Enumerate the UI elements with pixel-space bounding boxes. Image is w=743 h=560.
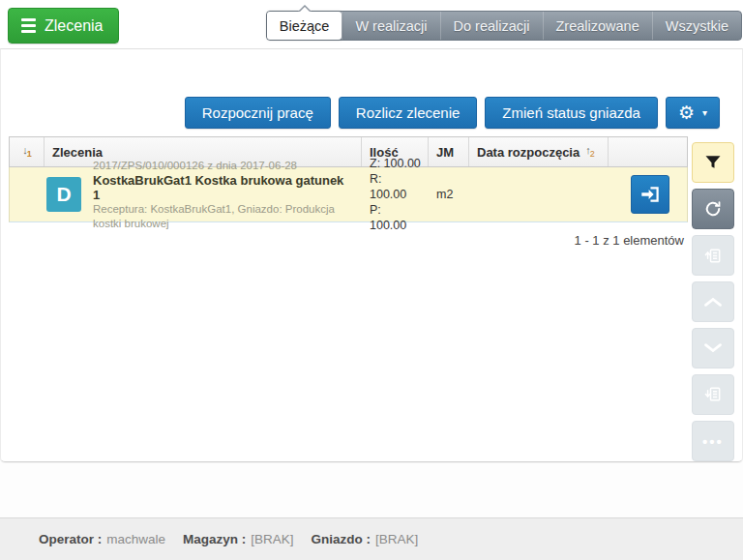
save-from-form-button[interactable] <box>692 374 734 415</box>
column-header-actions <box>609 137 687 166</box>
start-work-button[interactable]: Rozpocznij pracę <box>185 97 331 129</box>
magazyn-value: [BRAK] <box>251 532 293 546</box>
order-name: KostkaBrukGat1 Kostka brukowa gatunek 1 <box>93 173 354 202</box>
refresh-button[interactable] <box>692 189 734 229</box>
document-up-icon <box>703 246 723 265</box>
operator-group: Operator :machwale <box>39 532 165 546</box>
start-work-label: Rozpocznij pracę <box>202 104 313 121</box>
gniazdo-label: Gniazdo : <box>312 532 372 546</box>
orders-menu-button[interactable]: Zlecenia <box>8 8 119 44</box>
magazyn-label: Magazyn : <box>183 532 246 546</box>
gear-icon: ⚙ <box>678 103 695 122</box>
settle-order-button[interactable]: Rozlicz zlecenie <box>339 97 478 129</box>
tab-w-realizacji[interactable]: W realizacji <box>342 12 439 40</box>
filter-icon <box>703 153 723 172</box>
enter-order-button[interactable] <box>631 175 669 214</box>
quantity-remaining: P: 100.00 <box>370 202 421 233</box>
orders-menu-label: Zlecenia <box>45 17 103 35</box>
operator-value: machwale <box>106 532 165 546</box>
top-bar: Zlecenia Bieżące W realizacji Do realiza… <box>0 0 743 48</box>
move-up-button[interactable] <box>692 281 734 322</box>
status-badge: D <box>46 177 81 212</box>
sort-desc-icon: ↓1 <box>22 144 31 159</box>
row-quantity-cell: Z: 100.00 R: 100.00 P: 100.00 <box>362 167 429 221</box>
operator-label: Operator : <box>39 532 102 546</box>
quantity-ordered: Z: 100.00 <box>370 156 421 171</box>
unit-value: m2 <box>436 188 453 201</box>
gniazdo-group: Gniazdo :[BRAK] <box>312 532 419 546</box>
refresh-icon <box>703 199 723 219</box>
row-actions-cell <box>609 167 687 221</box>
magazyn-group: Magazyn :[BRAK] <box>183 532 294 546</box>
toolbar: Rozpocznij pracę Rozlicz zlecenie Zmień … <box>185 97 720 129</box>
orders-panel: Rozpocznij pracę Rozlicz zlecenie Zmień … <box>0 48 743 462</box>
quantity-realized: R: 100.00 <box>370 171 421 202</box>
gniazdo-value: [BRAK] <box>375 532 418 546</box>
row-start-date-cell <box>469 167 609 221</box>
column-header-data-rozpoczecia[interactable]: Data rozpoczęcia ↑2 <box>469 137 609 166</box>
table-row[interactable]: D 2017/ZPS/010/000126 z dnia 2017-06-28 … <box>9 167 688 222</box>
document-down-icon <box>703 385 723 404</box>
status-tabbar: Bieżące W realizacji Do realizacji Zreal… <box>266 11 742 41</box>
order-description: 2017/ZPS/010/000126 z dnia 2017-06-28 Ko… <box>93 159 354 231</box>
order-recipe: Receptura: KostkaBrukGat1, Gniazdo: Prod… <box>93 202 354 231</box>
column-header-jm[interactable]: JM <box>429 137 469 166</box>
row-status-cell <box>10 167 45 221</box>
bottom-gap <box>0 463 743 517</box>
tab-do-realizacji[interactable]: Do realizacji <box>440 12 543 40</box>
status-bar: Operator :machwale Magazyn :[BRAK] Gniaz… <box>0 517 743 560</box>
sort-asc-icon: ↑2 <box>585 144 594 159</box>
filter-button[interactable] <box>692 142 734 183</box>
ellipsis-icon: ••• <box>702 433 724 450</box>
more-actions-button[interactable]: ••• <box>692 421 734 461</box>
sign-in-icon <box>639 184 661 205</box>
settings-dropdown-button[interactable]: ⚙ ▾ <box>666 97 720 129</box>
load-to-form-button[interactable] <box>692 235 734 276</box>
tab-wszystkie[interactable]: Wszystkie <box>652 12 741 40</box>
orders-table: ↓1 Zlecenia Ilość JM Data rozpoczęcia ↑2… <box>9 136 688 248</box>
column-header-sort[interactable]: ↓1 <box>10 137 45 166</box>
hamburger-icon <box>21 18 36 33</box>
chevron-up-icon <box>703 295 723 309</box>
row-order-cell: D 2017/ZPS/010/000126 z dnia 2017-06-28 … <box>45 167 362 221</box>
tab-biezace[interactable]: Bieżące <box>267 12 342 40</box>
order-number: 2017/ZPS/010/000126 z dnia 2017-06-28 <box>93 159 354 173</box>
chevron-down-icon <box>703 341 723 355</box>
tab-zrealizowane[interactable]: Zrealizowane <box>543 12 652 40</box>
move-down-button[interactable] <box>692 328 734 368</box>
row-unit-cell: m2 <box>429 167 469 221</box>
chevron-down-icon: ▾ <box>702 108 707 118</box>
change-status-label: Zmień status gniazda <box>502 104 640 121</box>
side-toolbar: ••• <box>692 142 734 461</box>
settle-order-label: Rozlicz zlecenie <box>356 104 461 121</box>
change-status-button[interactable]: Zmień status gniazda <box>485 97 658 129</box>
